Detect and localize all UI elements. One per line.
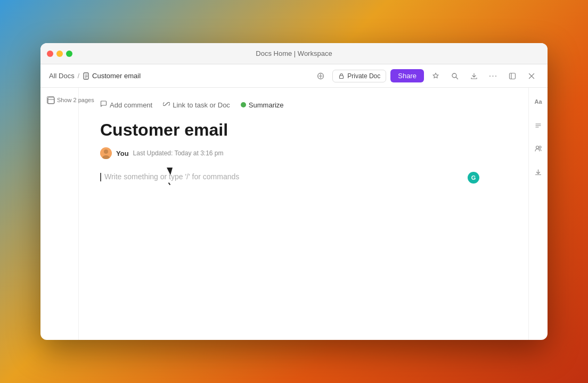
left-sidebar: Show 2 pages	[40, 88, 79, 340]
link-task-button[interactable]: Link to task or Doc	[163, 101, 230, 109]
pin-icon	[317, 72, 324, 80]
add-comment-button[interactable]: Add comment	[100, 101, 152, 109]
collapse-right-icon	[535, 122, 542, 129]
author-name: You	[116, 149, 129, 157]
toolbar-right: Private Doc Share	[313, 69, 539, 84]
breadcrumb-current: Customer email	[83, 72, 141, 80]
minimize-button[interactable]	[56, 51, 63, 57]
link-icon	[163, 101, 170, 109]
window-title: Docs Home | Workspace	[256, 49, 332, 57]
private-doc-button[interactable]: Private Doc	[332, 70, 386, 82]
text-format-button[interactable]: Aa	[531, 94, 546, 109]
pages-icon	[47, 96, 54, 104]
maximize-button[interactable]	[66, 51, 72, 57]
star-button[interactable]	[428, 69, 443, 84]
download-button[interactable]	[531, 164, 546, 179]
close-icon	[528, 73, 535, 79]
summarize-button[interactable]: Summarize	[241, 101, 284, 109]
svg-point-23	[539, 146, 541, 148]
collaborators-button[interactable]	[531, 141, 546, 156]
close-button[interactable]	[47, 51, 53, 57]
titlebar: Docs Home | Workspace	[40, 43, 548, 64]
user-indicator: G	[468, 172, 479, 184]
share-button[interactable]: Share	[390, 69, 424, 82]
editor-placeholder: Write something or type '/' for commands	[104, 172, 239, 181]
svg-point-22	[536, 146, 538, 149]
collaborators-icon	[535, 145, 542, 152]
private-doc-label: Private Doc	[347, 72, 380, 80]
app-window: Docs Home | Workspace All Docs / Custome…	[40, 43, 548, 340]
more-options-button[interactable]: ···	[486, 69, 501, 84]
content-area: Show 2 pages Add comment	[40, 88, 548, 340]
search-icon	[451, 72, 459, 80]
doc-icon	[83, 72, 90, 80]
collapse-sidebar-button[interactable]	[505, 69, 520, 84]
summarize-dot	[241, 102, 246, 107]
breadcrumb-doc-name: Customer email	[92, 72, 141, 80]
more-icon: ···	[489, 71, 497, 81]
search-button[interactable]	[447, 69, 462, 84]
svg-rect-7	[340, 76, 344, 79]
right-sidebar: Aa	[528, 88, 548, 340]
text-cursor	[100, 173, 101, 181]
toolbar: All Docs / Customer email	[40, 64, 548, 88]
lock-icon	[338, 73, 345, 79]
author-info: You Last Updated: Today at 3:16 pm	[100, 147, 507, 159]
breadcrumb-all-docs[interactable]: All Docs	[49, 72, 75, 80]
doc-toolbar: Add comment Link to task or Doc Summar	[100, 101, 507, 109]
comment-icon	[100, 101, 107, 109]
main-document: Add comment Link to task or Doc Summar	[79, 88, 528, 340]
document-title: Customer email	[100, 120, 507, 140]
collapse-icon	[509, 72, 516, 80]
traffic-lights	[47, 51, 72, 57]
text-format-icon: Aa	[534, 98, 542, 105]
collapse-right-button[interactable]	[531, 118, 546, 132]
breadcrumb: All Docs / Customer email	[49, 72, 309, 80]
user-initial: G	[471, 174, 476, 181]
export-button[interactable]	[467, 69, 481, 84]
svg-rect-14	[48, 97, 54, 104]
last-updated: Last Updated: Today at 3:16 pm	[133, 149, 224, 157]
avatar-image	[100, 147, 112, 159]
editor-area[interactable]: Write something or type '/' for commands…	[100, 172, 507, 181]
star-icon	[432, 72, 439, 80]
export-icon	[470, 72, 478, 80]
svg-line-9	[456, 77, 458, 79]
pin-button[interactable]	[313, 69, 328, 84]
breadcrumb-separator: /	[78, 72, 79, 80]
close-panel-button[interactable]	[524, 69, 539, 84]
svg-point-17	[104, 149, 108, 154]
svg-rect-10	[510, 73, 516, 79]
avatar	[100, 147, 112, 159]
download-icon	[535, 169, 542, 176]
